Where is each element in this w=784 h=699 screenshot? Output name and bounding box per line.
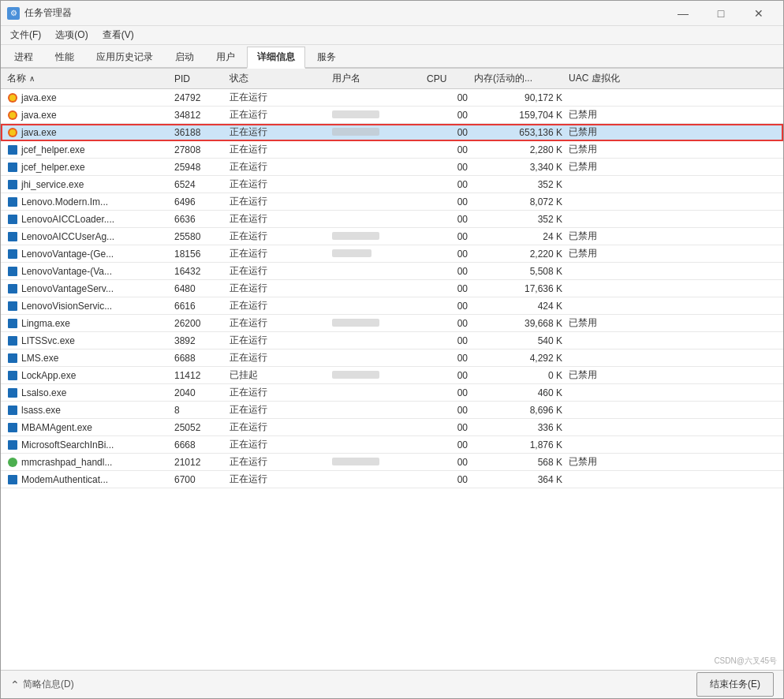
tab-services[interactable]: 服务	[307, 47, 346, 67]
java-icon	[7, 92, 18, 103]
cell-pid: 24792	[174, 92, 230, 103]
watermark: CSDN@六叉45号	[714, 656, 777, 667]
expand-arrow-icon: ⌃	[10, 678, 20, 691]
cell-user	[332, 318, 427, 329]
cell-mem: 4,292 K	[474, 353, 569, 364]
table-row[interactable]: LITSSvc.exe 3892 正在运行 00 540 K	[1, 332, 783, 350]
table-row[interactable]: Lenovo.Modern.Im... 6496 正在运行 00 8,072 K	[1, 193, 783, 211]
table-row[interactable]: LenovoVantageServ... 6480 正在运行 00 17,636…	[1, 280, 783, 297]
table-row[interactable]: LenovoVantage-(Va... 16432 正在运行 00 5,508…	[1, 263, 783, 280]
cell-cpu: 00	[427, 301, 474, 312]
table-row[interactable]: ModemAuthenticat... 6700 正在运行 00 364 K	[1, 471, 783, 488]
blue-icon	[7, 266, 18, 277]
tab-performance[interactable]: 性能	[45, 47, 84, 67]
cell-pid: 2040	[174, 387, 230, 398]
table-row[interactable]: LockApp.exe 11412 已挂起 00 0 K 已禁用	[1, 367, 783, 384]
cell-name: LenovoVantage-(Ge...	[1, 249, 174, 260]
table-row[interactable]: Lsalso.exe 2040 正在运行 00 460 K	[1, 384, 783, 402]
cell-status: 正在运行	[230, 334, 332, 347]
tab-processes[interactable]: 进程	[4, 47, 43, 67]
menu-view[interactable]: 查看(V)	[96, 27, 140, 43]
minimize-button[interactable]: —	[665, 2, 701, 24]
cell-pid: 25580	[174, 231, 230, 242]
blurred-username-small	[332, 249, 371, 257]
table-row[interactable]: Lingma.exe 26200 正在运行 00 39,668 K 已禁用	[1, 315, 783, 332]
table-row[interactable]: LMS.exe 6688 正在运行 00 4,292 K	[1, 350, 783, 367]
cell-status: 正在运行	[230, 403, 332, 417]
cell-name: java.exe	[1, 110, 174, 121]
cell-mem: 352 K	[474, 179, 569, 190]
tab-details[interactable]: 详细信息	[247, 47, 305, 69]
table-row[interactable]: LenovoAICCUserAg... 25580 正在运行 00 24 K 已…	[1, 228, 783, 245]
cell-name: LenovoVisionServic...	[1, 301, 174, 312]
cell-cpu: 00	[427, 144, 474, 155]
cell-cpu: 00	[427, 231, 474, 242]
cell-pid: 26200	[174, 318, 230, 329]
window-title: 任务管理器	[24, 6, 72, 20]
cell-name: lsass.exe	[1, 405, 174, 416]
menu-file[interactable]: 文件(F)	[4, 27, 47, 43]
cell-mem: 0 K	[474, 370, 569, 381]
blue-icon	[7, 370, 18, 381]
cell-status: 正在运行	[230, 178, 332, 191]
table-row[interactable]: jcef_helper.exe 25948 正在运行 00 3,340 K 已禁…	[1, 159, 783, 176]
cell-mem: 90,172 K	[474, 92, 569, 103]
end-task-button[interactable]: 结束任务(E)	[696, 672, 774, 697]
tab-bar: 进程 性能 应用历史记录 启动 用户 详细信息 服务	[1, 45, 783, 69]
header-name[interactable]: 名称 ∧	[1, 72, 174, 85]
process-name: LenovoVantage-(Ge...	[21, 249, 114, 260]
cell-mem: 2,220 K	[474, 249, 569, 260]
table-row[interactable]: LenovoAICCLoader.... 6636 正在运行 00 352 K	[1, 211, 783, 228]
cell-status: 正在运行	[230, 282, 332, 295]
cell-name: LenovoVantage-(Va...	[1, 266, 174, 277]
table-row[interactable]: java.exe 34812 正在运行 00 159,704 K 已禁用	[1, 107, 783, 124]
process-name: LenovoVantageServ...	[21, 283, 114, 294]
status-left[interactable]: ⌃ 简略信息(D)	[10, 678, 74, 691]
maximize-button[interactable]: □	[703, 2, 739, 24]
blue-icon	[7, 283, 18, 294]
table-row[interactable]: LenovoVantage-(Ge... 18156 正在运行 00 2,220…	[1, 245, 783, 263]
header-user[interactable]: 用户名	[332, 72, 427, 85]
menu-options[interactable]: 选项(O)	[49, 27, 94, 43]
table-row[interactable]: mmcrashpad_handl... 21012 正在运行 00 568 K …	[1, 454, 783, 471]
table-row[interactable]: MicrosoftSearchInBi... 6668 正在运行 00 1,87…	[1, 436, 783, 454]
blurred-username	[332, 128, 379, 136]
table-row[interactable]: LenovoVisionServic... 6616 正在运行 00 424 K	[1, 297, 783, 315]
cell-user	[332, 110, 427, 121]
close-button[interactable]: ✕	[741, 2, 777, 24]
table-row[interactable]: jhi_service.exe 6524 正在运行 00 352 K	[1, 176, 783, 193]
cell-status: 正在运行	[230, 351, 332, 364]
table-row[interactable]: jcef_helper.exe 27808 正在运行 00 2,280 K 已禁…	[1, 141, 783, 159]
process-name: LMS.exe	[21, 353, 58, 364]
header-status[interactable]: 状态	[230, 72, 332, 85]
blue-icon	[7, 387, 18, 398]
cell-cpu: 00	[427, 110, 474, 121]
table-row[interactable]: lsass.exe 8 正在运行 00 8,696 K	[1, 402, 783, 419]
table-row[interactable]: MBAMAgent.exe 25052 正在运行 00 336 K	[1, 419, 783, 436]
expand-label[interactable]: 简略信息(D)	[23, 678, 74, 691]
cell-pid: 16432	[174, 266, 230, 277]
cell-mem: 8,072 K	[474, 196, 569, 207]
header-uac[interactable]: UAC 虚拟化	[569, 72, 632, 85]
header-pid[interactable]: PID	[174, 73, 230, 84]
cell-mem: 336 K	[474, 422, 569, 433]
tab-app-history[interactable]: 应用历史记录	[86, 47, 163, 67]
green-icon	[7, 457, 18, 468]
cell-uac: 已禁用	[569, 108, 632, 121]
process-name: Lingma.exe	[21, 318, 70, 329]
cell-pid: 11412	[174, 370, 230, 381]
header-cpu[interactable]: CPU	[427, 73, 474, 84]
tab-startup[interactable]: 启动	[165, 47, 204, 67]
table-row[interactable]: java.exe 24792 正在运行 00 90,172 K	[1, 89, 783, 107]
cell-uac: 已禁用	[569, 316, 632, 330]
process-name: LockApp.exe	[21, 370, 76, 381]
tab-users[interactable]: 用户	[206, 47, 245, 67]
table-row[interactable]: java.exe 36188 正在运行 00 653,136 K 已禁用	[1, 124, 783, 141]
cell-status: 正在运行	[230, 247, 332, 260]
cell-name: LMS.exe	[1, 353, 174, 364]
cell-pid: 27808	[174, 144, 230, 155]
cell-uac: 已禁用	[569, 455, 632, 469]
header-mem[interactable]: 内存(活动的...	[474, 72, 569, 85]
blue-icon	[7, 405, 18, 416]
sort-arrow-icon: ∧	[29, 74, 35, 83]
